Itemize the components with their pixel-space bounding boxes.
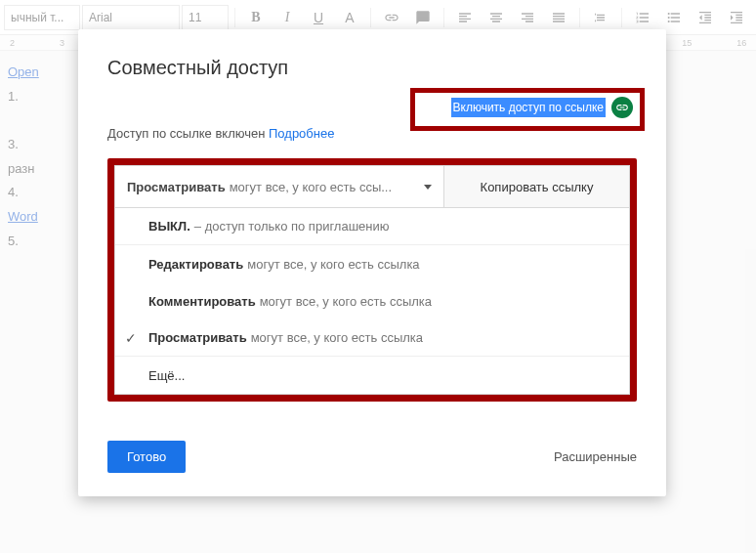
copy-link-button[interactable]: Копировать ссылку <box>444 165 630 208</box>
learn-more-link[interactable]: Подробнее <box>269 126 334 141</box>
link-status: Доступ по ссылке включен Подробнее <box>107 126 637 141</box>
done-button[interactable]: Готово <box>107 441 186 473</box>
access-option-comment[interactable]: Комментировать могут все, у кого есть сс… <box>115 282 629 319</box>
highlight-box-mid: Просматривать могут все, у кого есть ссы… <box>107 158 637 402</box>
access-dropdown[interactable]: Просматривать могут все, у кого есть ссы… <box>114 165 444 208</box>
access-option-more[interactable]: Ещё... <box>115 357 629 394</box>
advanced-link[interactable]: Расширенные <box>554 449 637 464</box>
chevron-down-icon <box>424 185 432 190</box>
access-menu: ВЫКЛ. – доступ только по приглашению Ред… <box>114 208 630 395</box>
access-option-edit[interactable]: Редактировать могут все, у кого есть ссы… <box>115 245 629 282</box>
link-icon <box>611 97 633 118</box>
link-toggle-label: Включить доступ по ссылке <box>451 98 607 117</box>
link-sharing-toggle[interactable]: Включить доступ по ссылке <box>451 97 634 118</box>
share-modal: Совместный доступ Включить доступ по ссы… <box>78 29 666 496</box>
modal-title: Совместный доступ <box>107 57 637 79</box>
access-option-view[interactable]: ✓ Просматривать могут все, у кого есть с… <box>115 319 629 357</box>
access-option-off[interactable]: ВЫКЛ. – доступ только по приглашению <box>115 208 629 245</box>
check-icon: ✓ <box>125 330 137 346</box>
